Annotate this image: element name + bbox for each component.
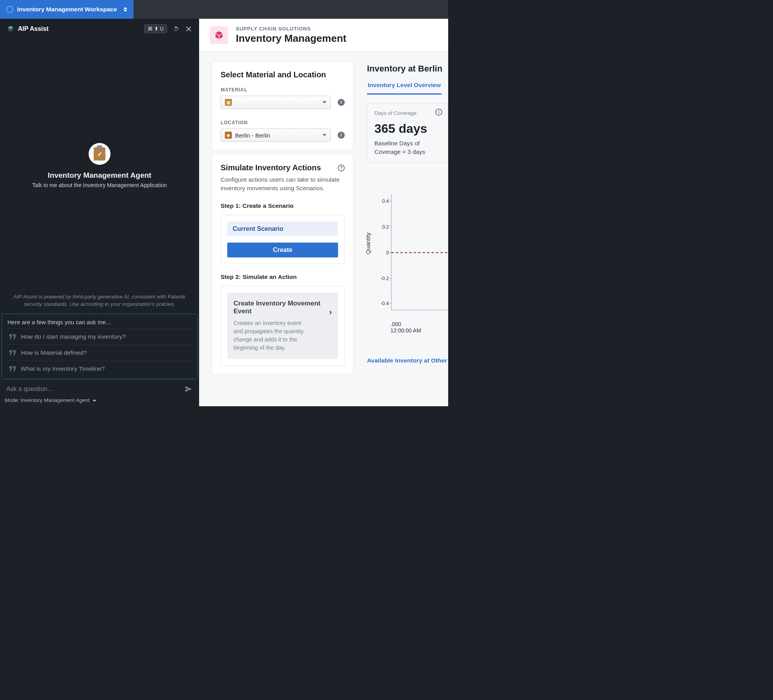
mode-switcher[interactable]: Mode: Inventory Management Agent xyxy=(0,395,199,406)
available-inventory-link[interactable]: Available Inventory at Other xyxy=(367,357,448,364)
chart-ylabel: Quantity xyxy=(365,233,371,255)
chevron-down-icon xyxy=(322,134,326,136)
current-scenario[interactable]: Current Scenario xyxy=(227,221,338,236)
tab-row: Inventory Level Overview xyxy=(367,82,448,95)
chart-x-tick: .000 xyxy=(390,321,448,327)
metric-sub: Baseline Days of Coverage = 3 days xyxy=(374,139,441,156)
scenario-box: Current Scenario Create xyxy=(221,215,345,264)
sort-arrows-icon xyxy=(123,7,127,12)
suggestion-item[interactable]: How do I start managing my inventory? xyxy=(7,329,192,345)
suggestions-panel: Here are a few things you can ask me… Ho… xyxy=(2,314,198,379)
clipboard-check-icon xyxy=(94,147,105,161)
movement-desc: Creates an inventory event and propagate… xyxy=(233,319,310,352)
keyboard-shortcut-badge: ⌘ ⬆ U xyxy=(144,24,167,33)
aip-logo-icon xyxy=(7,25,14,32)
metric-label: Days of Coverage xyxy=(374,110,441,116)
simulate-title: Simulate Inventory Actions xyxy=(221,163,321,172)
movement-title: Create Inventory Movement Event xyxy=(233,300,332,315)
action-box: Create Inventory Movement Event Creates … xyxy=(221,286,345,366)
days-of-coverage-card: Days of Coverage i 365 days Baseline Day… xyxy=(367,104,448,162)
inventory-title: Inventory at Berlin xyxy=(367,64,448,74)
suggestions-heading: Here are a few things you can ask me… xyxy=(7,319,192,325)
simulate-card: Simulate Inventory Actions ? Configure a… xyxy=(212,155,354,375)
agent-title: Inventory Management Agent xyxy=(48,171,151,180)
send-icon[interactable] xyxy=(184,385,193,393)
metric-value: 365 days xyxy=(374,121,441,136)
suggestion-text: How is Material defined? xyxy=(21,349,87,356)
location-value: Berlin - Berlin xyxy=(235,132,319,139)
page-header: SUPPLY CHAIN SOLUTIONS Inventory Managem… xyxy=(199,19,448,52)
suggestion-text: How do I start managing my inventory? xyxy=(21,333,126,340)
agent-avatar xyxy=(89,143,110,165)
mode-label: Mode: Inventory Management Agent xyxy=(5,397,90,403)
simulate-desc: Configure actions users can take to simu… xyxy=(221,175,345,193)
ask-input[interactable] xyxy=(6,386,180,393)
svg-text:0.4: 0.4 xyxy=(382,198,389,204)
cube-icon xyxy=(214,30,224,40)
quote-icon xyxy=(9,350,16,355)
location-label: LOCATION xyxy=(221,120,345,125)
aip-title: AIP Assist xyxy=(18,25,48,32)
chevron-down-icon xyxy=(322,101,326,104)
create-button[interactable]: Create xyxy=(227,243,338,257)
refresh-icon[interactable] xyxy=(173,25,180,32)
disclaimer-text: AIP Assist is powered by third-party gen… xyxy=(0,293,199,308)
inventory-chart: Quantity 0.4 0.2 0 -0.2 xyxy=(367,190,448,319)
step1-heading: Step 1: Create a Scenario xyxy=(221,202,345,209)
svg-text:0.2: 0.2 xyxy=(382,224,389,230)
location-select[interactable]: ◉ Berlin - Berlin xyxy=(221,129,331,142)
select-title: Select Material and Location xyxy=(221,70,345,79)
aip-assist-panel: AIP Assist ⌘ ⬆ U Inventory Management Ag… xyxy=(0,19,199,406)
select-card: Select Material and Location MATERIAL ▦ … xyxy=(212,61,354,151)
chevron-right-icon: › xyxy=(329,307,332,316)
material-select[interactable]: ▦ xyxy=(221,96,331,109)
app-logo-icon xyxy=(6,6,13,13)
svg-text:-0.2: -0.2 xyxy=(381,275,389,281)
quote-icon xyxy=(9,366,16,371)
suggestion-item[interactable]: How is Material defined? xyxy=(7,345,192,361)
page-eyebrow: SUPPLY CHAIN SOLUTIONS xyxy=(236,26,346,32)
page-title: Inventory Management xyxy=(236,32,346,45)
step2-heading: Step 2: Simulate an Action xyxy=(221,273,345,280)
topbar: Inventory Management Workspace xyxy=(0,0,448,19)
material-badge-icon: ▦ xyxy=(225,99,232,106)
help-icon[interactable]: ? xyxy=(338,164,345,171)
info-icon[interactable]: i xyxy=(338,99,345,106)
svg-text:-0.4: -0.4 xyxy=(381,300,389,306)
workspace-switcher[interactable]: Inventory Management Workspace xyxy=(0,0,134,19)
quote-icon xyxy=(9,334,16,339)
agent-subtitle: Talk to me about the Inventory Managemen… xyxy=(32,182,167,188)
info-icon[interactable]: i xyxy=(435,109,442,116)
svg-text:0: 0 xyxy=(386,250,389,255)
workspace-label: Inventory Management Workspace xyxy=(17,6,117,13)
suggestion-text: What is my Inventory Timeline? xyxy=(21,365,105,372)
tab-overview[interactable]: Inventory Level Overview xyxy=(367,82,442,95)
location-pin-icon: ◉ xyxy=(225,132,232,139)
chart-x-sub: 12:00:00 AM xyxy=(390,327,448,334)
page-icon xyxy=(210,26,228,44)
suggestion-item[interactable]: What is my Inventory Timeline? xyxy=(7,361,192,377)
info-icon[interactable]: i xyxy=(338,132,345,139)
material-label: MATERIAL xyxy=(221,87,345,93)
movement-event-button[interactable]: Create Inventory Movement Event Creates … xyxy=(227,293,338,359)
chevron-up-icon xyxy=(92,398,97,403)
close-icon[interactable] xyxy=(185,25,192,32)
